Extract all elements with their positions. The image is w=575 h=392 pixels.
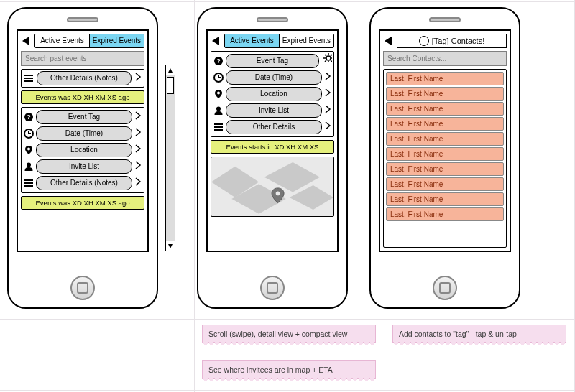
tab-expired-events[interactable]: Expired Events bbox=[90, 34, 144, 47]
event-age-status: Events was XD XH XM XS ago bbox=[21, 196, 144, 210]
event-detail-stack: Event Tag Date (Time) Location Invite Li… bbox=[211, 51, 334, 137]
pin-icon bbox=[213, 89, 224, 99]
earpiece bbox=[429, 17, 461, 22]
annotation-note: See where invitees are in map + ETA bbox=[202, 360, 376, 379]
event-detail-stack: Event Tag Date (Time) Location Invite Li… bbox=[21, 107, 144, 193]
contact-row[interactable]: Last. First Name bbox=[386, 177, 504, 191]
contact-row[interactable]: Last. First Name bbox=[386, 117, 504, 131]
chevron-right-icon bbox=[134, 161, 142, 172]
scroll-thumb[interactable] bbox=[167, 77, 174, 94]
earpiece bbox=[257, 17, 288, 22]
contact-row[interactable]: Last. First Name bbox=[386, 132, 504, 146]
contacts-list[interactable]: Last. First NameLast. First NameLast. Fi… bbox=[383, 69, 507, 248]
chevron-right-icon bbox=[134, 73, 142, 84]
events-tab-segmented[interactable]: Active Events Expired Events bbox=[224, 34, 334, 48]
annotation-note: Scroll (swipe), detail view + compact vi… bbox=[202, 325, 376, 343]
clock-icon bbox=[24, 129, 34, 139]
contact-row[interactable]: Last. First Name bbox=[386, 207, 504, 221]
back-icon[interactable] bbox=[383, 36, 395, 46]
contacts-title-text: [Tag] Contacts! bbox=[432, 37, 484, 45]
pin-icon bbox=[24, 145, 34, 155]
chevron-right-icon bbox=[134, 177, 142, 189]
location-pill[interactable]: Location bbox=[36, 143, 132, 157]
chevron-right-icon bbox=[134, 144, 142, 156]
phone-frame-contacts: [Tag] Contacts! Search Contacts... Last.… bbox=[369, 7, 520, 309]
person-icon bbox=[24, 162, 34, 172]
invite-list-pill[interactable]: Invite List bbox=[36, 159, 132, 174]
chevron-right-icon bbox=[324, 88, 331, 100]
screen-active: Active Events Expired Events Event Tag D… bbox=[206, 29, 339, 252]
screen-expired: Active Events Expired Events Search past… bbox=[17, 29, 149, 252]
location-pill[interactable]: Location bbox=[226, 87, 322, 101]
home-button[interactable] bbox=[70, 276, 95, 300]
contact-row[interactable]: Last. First Name bbox=[386, 192, 504, 206]
back-icon[interactable] bbox=[21, 36, 32, 46]
phone-frame-active: Active Events Expired Events Event Tag D… bbox=[197, 7, 348, 309]
scroll-track[interactable] bbox=[166, 75, 175, 241]
chevron-right-icon bbox=[134, 111, 142, 123]
contact-row[interactable]: Last. First Name bbox=[386, 147, 504, 161]
home-button[interactable] bbox=[433, 276, 457, 300]
chevron-right-icon bbox=[324, 121, 331, 133]
event-tag-pill[interactable]: Event Tag bbox=[36, 110, 132, 124]
scroll-up-icon[interactable] bbox=[166, 65, 175, 75]
contact-row[interactable]: Last. First Name bbox=[386, 72, 504, 85]
phone-frame-expired: Active Events Expired Events Search past… bbox=[7, 7, 158, 309]
chevron-right-icon bbox=[134, 128, 142, 139]
scroll-down-icon[interactable] bbox=[166, 241, 175, 251]
contact-row[interactable]: Last. First Name bbox=[386, 162, 504, 176]
gear-icon[interactable] bbox=[323, 53, 332, 62]
chevron-right-icon bbox=[324, 72, 331, 83]
help-icon bbox=[213, 56, 224, 66]
chevron-right-icon bbox=[324, 105, 331, 116]
event-tag-pill[interactable]: Event Tag bbox=[226, 54, 319, 68]
external-scrollbar[interactable] bbox=[165, 65, 175, 251]
clock-icon bbox=[213, 73, 224, 83]
other-details-pill[interactable]: Other Details (Notes) bbox=[37, 71, 132, 85]
earpiece bbox=[67, 17, 98, 22]
back-icon[interactable] bbox=[211, 36, 222, 46]
other-details-pill[interactable]: Other Details bbox=[226, 120, 322, 134]
annotation-note: Add contacts to "tag" - tap & un-tap bbox=[392, 325, 566, 343]
svg-point-23 bbox=[276, 192, 280, 196]
other-details-pill[interactable]: Other Details (Notes) bbox=[36, 176, 132, 190]
date-time-pill[interactable]: Date (Time) bbox=[226, 70, 322, 85]
invite-list-pill[interactable]: Invite List bbox=[226, 103, 322, 118]
map-preview[interactable] bbox=[211, 157, 334, 217]
home-button[interactable] bbox=[260, 276, 285, 300]
help-icon bbox=[24, 112, 34, 122]
lines-icon bbox=[24, 73, 34, 83]
contact-row[interactable]: Last. First Name bbox=[386, 87, 504, 101]
events-tab-segmented[interactable]: Active Events Expired Events bbox=[34, 34, 144, 48]
date-time-pill[interactable]: Date (Time) bbox=[36, 126, 132, 141]
event-age-status: Events was XD XH XM XS ago bbox=[21, 90, 144, 104]
tab-active-events[interactable]: Active Events bbox=[35, 34, 90, 47]
lines-icon bbox=[213, 122, 224, 132]
tab-expired-events[interactable]: Expired Events bbox=[280, 34, 334, 47]
other-details-row-compact[interactable]: Other Details (Notes) bbox=[21, 69, 144, 88]
lines-icon bbox=[24, 178, 34, 188]
screen-contacts: [Tag] Contacts! Search Contacts... Last.… bbox=[379, 29, 511, 252]
search-contacts-input[interactable]: Search Contacts... bbox=[383, 51, 507, 66]
search-past-events-input[interactable]: Search past events bbox=[21, 51, 144, 66]
radio-icon[interactable] bbox=[419, 36, 429, 46]
event-countdown-status: Events starts in XD XH XM XS bbox=[211, 140, 334, 154]
contact-row[interactable]: Last. First Name bbox=[386, 102, 504, 116]
contacts-title: [Tag] Contacts! bbox=[397, 34, 507, 48]
person-icon bbox=[213, 106, 224, 116]
tab-active-events[interactable]: Active Events bbox=[225, 34, 280, 47]
